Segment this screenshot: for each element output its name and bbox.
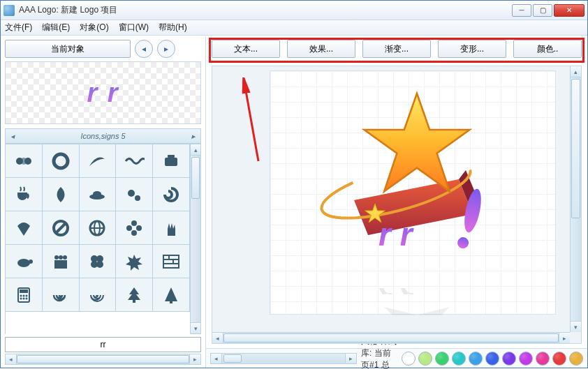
svg-point-23 [63, 255, 67, 259]
swatch[interactable] [485, 352, 499, 366]
icon-tree2[interactable] [153, 278, 190, 312]
statusbar: ◂ ▸ 风格 样式库: 当前页#1 总 25 [206, 348, 587, 368]
app-window: AAA Logo: 新建 Logo 项目 ─ ▢ ✕ 文件(F) 编辑(E) 对… [0, 0, 588, 368]
icon-phone[interactable] [153, 144, 190, 178]
swatch[interactable] [536, 352, 550, 366]
text-input[interactable] [5, 337, 201, 352]
icon-cup[interactable] [6, 178, 43, 211]
swatch[interactable] [452, 352, 466, 366]
svg-rect-45 [170, 301, 172, 303]
swatch[interactable] [435, 352, 449, 366]
icon-turtle[interactable] [6, 245, 43, 278]
svg-rect-24 [54, 260, 67, 269]
scroll-left-icon[interactable]: ◂ [6, 354, 17, 364]
color-button[interactable]: 颜色.. [513, 40, 582, 58]
close-button[interactable]: ✕ [554, 4, 585, 17]
menubar: 文件(F) 编辑(E) 对象(O) 窗口(W) 帮助(H) [1, 20, 587, 36]
icon-gears[interactable] [116, 178, 153, 211]
icon-no[interactable] [43, 211, 80, 245]
menu-window[interactable]: 窗口(W) [119, 22, 149, 33]
icon-calc[interactable] [6, 278, 43, 312]
svg-point-28 [96, 261, 103, 268]
icon-swirl[interactable] [153, 178, 190, 211]
scroll-right-icon[interactable]: ▸ [189, 354, 200, 364]
canvas-vscroll-thumb[interactable] [571, 79, 580, 218]
svg-rect-4 [165, 158, 177, 166]
svg-rect-35 [20, 289, 28, 293]
svg-point-54 [457, 236, 470, 250]
transform-button[interactable]: 变形... [438, 40, 506, 58]
scroll-down-icon[interactable]: ▾ [191, 322, 200, 333]
style-scroll-right-icon[interactable]: ▸ [345, 354, 356, 363]
style-hscroll-thumb[interactable] [223, 354, 242, 363]
effect-button[interactable]: 效果... [287, 40, 355, 58]
logo-canvas[interactable]: r r r r [270, 70, 556, 315]
canvas-hscroll-thumb[interactable] [223, 333, 559, 342]
swatch[interactable] [552, 352, 566, 366]
icon-leaf[interactable] [43, 178, 80, 211]
svg-point-19 [17, 259, 30, 267]
swatch[interactable] [469, 352, 483, 366]
icon-shell[interactable] [6, 211, 43, 245]
icon-tree[interactable] [116, 278, 153, 312]
swatch[interactable] [418, 352, 432, 366]
icon-flower[interactable] [116, 211, 153, 245]
svg-point-39 [20, 297, 22, 299]
swatch[interactable] [569, 352, 583, 366]
input-hscroll[interactable]: ◂ ▸ [5, 354, 201, 365]
svg-point-21 [54, 255, 59, 259]
icon-ring[interactable] [43, 144, 80, 178]
style-scroll-left-icon[interactable]: ◂ [211, 354, 222, 363]
icon-globe[interactable] [80, 211, 117, 245]
canvas-scroll-right-icon[interactable]: ▸ [559, 333, 570, 343]
canvas-hscroll[interactable]: ◂ ▸ [212, 332, 570, 343]
menu-object[interactable]: 对象(O) [80, 22, 108, 33]
library-next-button[interactable]: ▸ [186, 132, 200, 141]
app-icon [3, 5, 15, 16]
icon-bricks[interactable] [153, 245, 190, 278]
icon-splat[interactable] [116, 245, 153, 278]
titlebar: AAA Logo: 新建 Logo 项目 ─ ▢ ✕ [1, 1, 587, 20]
icon-wave[interactable] [116, 144, 153, 178]
prev-object-button[interactable]: ◂ [135, 40, 153, 58]
icon-saucer[interactable] [80, 178, 117, 211]
icon-clover[interactable] [80, 245, 117, 278]
icon-grid-vscroll[interactable]: ▴ ▾ [190, 144, 201, 334]
text-button[interactable]: 文本... [212, 40, 280, 58]
svg-point-36 [20, 294, 22, 296]
style-hscroll[interactable]: ◂ ▸ [210, 353, 357, 364]
icon-swoosh[interactable] [80, 144, 117, 178]
hscroll-thumb[interactable] [17, 355, 189, 363]
canvas-scroll-down-icon[interactable]: ▾ [571, 321, 581, 332]
vscroll-thumb[interactable] [191, 157, 200, 199]
icon-faces[interactable] [6, 144, 43, 178]
library-prev-button[interactable]: ◂ [6, 132, 20, 141]
next-object-button[interactable]: ▸ [157, 40, 175, 58]
icon-spiral2[interactable] [80, 278, 117, 312]
minimize-button[interactable]: ─ [512, 4, 531, 17]
swatch[interactable] [502, 352, 516, 366]
swatch[interactable] [519, 352, 533, 366]
library-header: ◂ Icons,signs 5 ▸ [5, 128, 201, 144]
right-panel: 文本... 效果... 渐变... 变形... 颜色.. [206, 36, 587, 368]
window-controls: ─ ▢ ✕ [510, 4, 585, 17]
left-panel: 当前对象 ◂ ▸ r r ◂ Icons,signs 5 ▸ ▴ ▾ [1, 36, 206, 368]
maximize-button[interactable]: ▢ [533, 4, 552, 17]
menu-help[interactable]: 帮助(H) [159, 22, 187, 33]
left-toolbar: 当前对象 ◂ ▸ [1, 36, 205, 61]
icon-spiral[interactable] [43, 278, 80, 312]
canvas-vscroll[interactable]: ▴ ▾ [570, 66, 581, 332]
icon-people[interactable] [43, 245, 80, 278]
current-object-button[interactable]: 当前对象 [5, 40, 131, 58]
menu-edit[interactable]: 编辑(E) [42, 22, 70, 33]
menu-file[interactable]: 文件(F) [5, 22, 32, 33]
svg-rect-5 [168, 155, 175, 158]
canvas-scroll-left-icon[interactable]: ◂ [212, 333, 223, 343]
icon-hand[interactable] [153, 211, 190, 245]
svg-point-15 [131, 230, 137, 236]
swatch[interactable] [402, 352, 416, 366]
canvas-scroll-up-icon[interactable]: ▴ [571, 66, 581, 77]
gradient-button[interactable]: 渐变... [362, 40, 431, 58]
icon-grid [5, 144, 190, 334]
scroll-up-icon[interactable]: ▴ [191, 144, 200, 156]
